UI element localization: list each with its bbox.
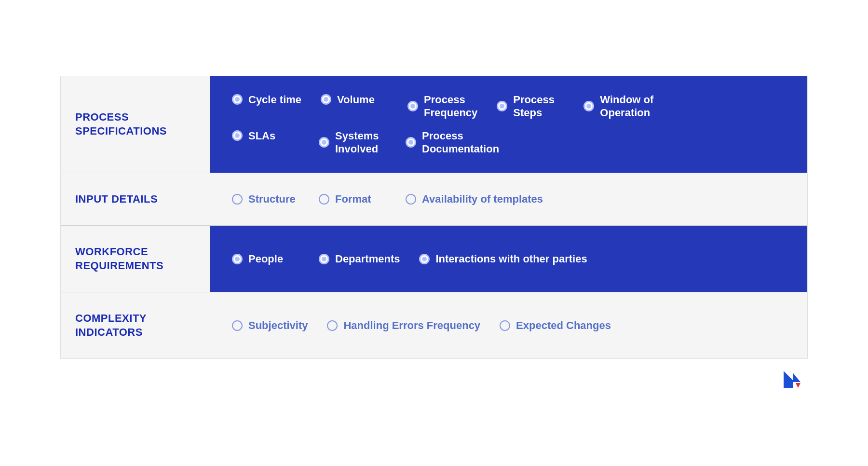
row-process-specifications: PROCESS SPECIFICATIONSCycle timeVolumePr… (61, 76, 807, 173)
main-table: PROCESS SPECIFICATIONSCycle timeVolumePr… (60, 76, 808, 359)
item-label: Format (335, 192, 371, 206)
bullet-icon (232, 320, 243, 331)
bullet-icon (500, 320, 510, 331)
label-complexity-indicators: COMPLEXITY INDICATORS (61, 292, 210, 358)
item-label: Window of Operation (600, 93, 653, 120)
bullet-icon (321, 94, 331, 105)
label-text-complexity-indicators: COMPLEXITY INDICATORS (75, 312, 147, 339)
items-row-workforce-requirements-0: PeopleDepartmentsInteractions with other… (232, 252, 786, 266)
list-item: Process Steps (497, 93, 583, 120)
bullet-icon (232, 194, 243, 205)
bullet-icon (327, 320, 338, 331)
list-item: Availability of templates (406, 192, 562, 206)
item-label: People (248, 252, 283, 266)
items-row-process-specifications-0: Cycle timeVolumeProcess FrequencyProcess… (232, 93, 786, 120)
row-complexity-indicators: COMPLEXITY INDICATORSSubjectivityHandlin… (61, 292, 807, 358)
label-text-process-specifications: PROCESS SPECIFICATIONS (75, 110, 167, 138)
bullet-icon (497, 101, 507, 111)
bullet-icon (406, 137, 416, 148)
item-label: Subjectivity (248, 319, 308, 332)
item-label: Cycle time (248, 93, 301, 107)
list-item: Process Frequency (407, 93, 497, 120)
bullet-icon (419, 254, 430, 264)
list-item: Departments (319, 252, 419, 266)
list-item: SLAs (232, 129, 319, 143)
list-item: Subjectivity (232, 319, 327, 332)
list-item: People (232, 252, 319, 266)
items-row-complexity-indicators-0: SubjectivityHandling Errors FrequencyExp… (232, 319, 786, 332)
bullet-icon (406, 194, 416, 205)
label-input-details: INPUT DETAILS (61, 173, 210, 226)
list-item: Volume (321, 93, 407, 107)
item-label: Interactions with other parties (435, 252, 587, 266)
item-label: Volume (337, 93, 375, 107)
label-workforce-requirements: WORKFORCE REQUIREMENTS (61, 226, 210, 292)
item-label: Departments (335, 252, 400, 266)
bullet-icon (319, 194, 329, 205)
item-label: Systems Involved (335, 129, 379, 156)
label-text-workforce-requirements: WORKFORCE REQUIREMENTS (75, 245, 163, 273)
item-label: SLAs (248, 129, 275, 143)
list-item: Process Documentation (406, 129, 518, 156)
list-item: Format (319, 192, 406, 206)
list-item: Cycle time (232, 93, 321, 107)
item-label: Process Frequency (424, 93, 477, 120)
bullet-icon (407, 101, 418, 111)
item-label: Handling Errors Frequency (343, 319, 480, 332)
list-item: Interactions with other parties (419, 252, 606, 266)
label-text-input-details: INPUT DETAILS (75, 192, 158, 206)
content-input-details: StructureFormatAvailability of templates (210, 173, 807, 226)
bullet-icon (319, 137, 329, 148)
item-label: Process Documentation (422, 129, 499, 156)
bullet-icon (319, 254, 329, 264)
items-row-process-specifications-1: SLAsSystems InvolvedProcess Documentatio… (232, 129, 786, 156)
content-process-specifications: Cycle timeVolumeProcess FrequencyProcess… (210, 76, 807, 173)
logo-icon (776, 364, 805, 390)
label-process-specifications: PROCESS SPECIFICATIONS (61, 76, 210, 173)
item-label: Expected Changes (516, 319, 611, 332)
items-row-input-details-0: StructureFormatAvailability of templates (232, 192, 786, 206)
item-label: Availability of templates (422, 192, 543, 206)
row-workforce-requirements: WORKFORCE REQUIREMENTSPeopleDepartmentsI… (61, 226, 807, 292)
row-input-details: INPUT DETAILSStructureFormatAvailability… (61, 173, 807, 226)
content-workforce-requirements: PeopleDepartmentsInteractions with other… (210, 226, 807, 292)
item-label: Structure (248, 192, 296, 206)
list-item: Systems Involved (319, 129, 406, 156)
list-item: Structure (232, 192, 319, 206)
content-complexity-indicators: SubjectivityHandling Errors FrequencyExp… (210, 292, 807, 358)
list-item: Expected Changes (500, 319, 630, 332)
bullet-icon (232, 254, 243, 264)
list-item: Window of Operation (583, 93, 673, 120)
item-label: Process Steps (513, 93, 555, 120)
bullet-icon (583, 101, 594, 111)
list-item: Handling Errors Frequency (327, 319, 500, 332)
bullet-icon (232, 130, 243, 141)
bullet-icon (232, 94, 243, 105)
